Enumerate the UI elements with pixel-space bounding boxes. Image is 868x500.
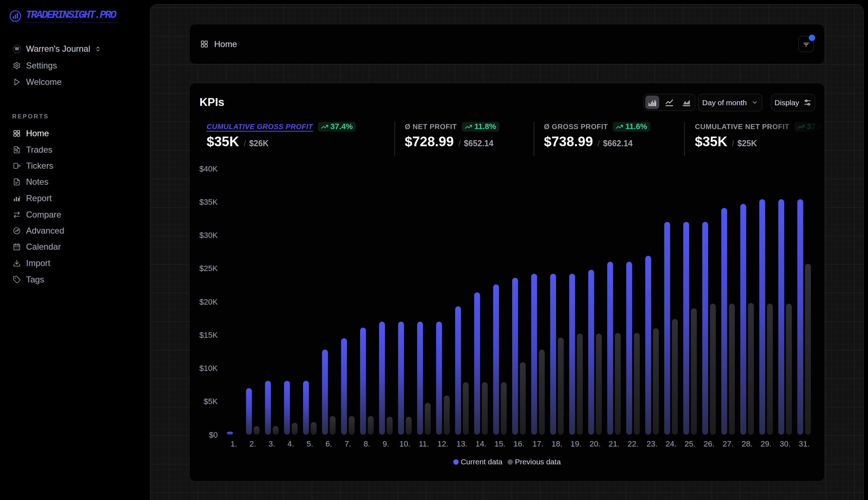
svg-text:8.: 8.	[364, 439, 370, 448]
svg-text:27.: 27.	[723, 439, 734, 448]
svg-text:20.: 20.	[590, 439, 601, 448]
svg-text:$10K: $10K	[200, 364, 218, 373]
svg-text:1.: 1.	[231, 439, 237, 448]
svg-text:9.: 9.	[383, 439, 389, 448]
svg-text:17.: 17.	[533, 439, 544, 448]
svg-text:$5K: $5K	[204, 397, 218, 406]
svg-text:30.: 30.	[779, 439, 791, 448]
svg-text:6.: 6.	[326, 439, 332, 448]
svg-text:22.: 22.	[627, 439, 639, 448]
svg-text:$30K: $30K	[200, 231, 218, 240]
svg-text:19.: 19.	[571, 439, 582, 448]
svg-text:21.: 21.	[609, 439, 620, 448]
svg-text:26.: 26.	[703, 439, 715, 448]
svg-text:29.: 29.	[761, 439, 772, 448]
svg-text:24.: 24.	[666, 439, 677, 448]
svg-text:23.: 23.	[647, 439, 658, 448]
svg-text:$35K: $35K	[200, 198, 218, 206]
svg-text:12.: 12.	[438, 439, 449, 448]
svg-text:$40K: $40K	[200, 164, 218, 173]
svg-text:10.: 10.	[399, 439, 410, 448]
svg-text:5.: 5.	[307, 439, 313, 448]
svg-text:31.: 31.	[799, 439, 810, 448]
svg-text:28.: 28.	[742, 439, 753, 448]
svg-text:14.: 14.	[475, 439, 486, 448]
svg-text:25.: 25.	[685, 439, 696, 448]
svg-text:2.: 2.	[249, 439, 256, 448]
svg-text:4.: 4.	[288, 439, 294, 448]
svg-text:$25K: $25K	[200, 264, 218, 273]
svg-text:15.: 15.	[494, 439, 505, 448]
svg-text:7.: 7.	[344, 439, 351, 448]
svg-text:16.: 16.	[514, 439, 525, 448]
svg-text:$0: $0	[209, 430, 218, 439]
svg-text:11.: 11.	[419, 439, 429, 448]
svg-text:18.: 18.	[551, 439, 562, 448]
svg-text:3.: 3.	[268, 439, 275, 448]
svg-text:$20K: $20K	[200, 297, 218, 306]
svg-text:13.: 13.	[456, 439, 468, 448]
svg-text:$15K: $15K	[200, 331, 218, 340]
